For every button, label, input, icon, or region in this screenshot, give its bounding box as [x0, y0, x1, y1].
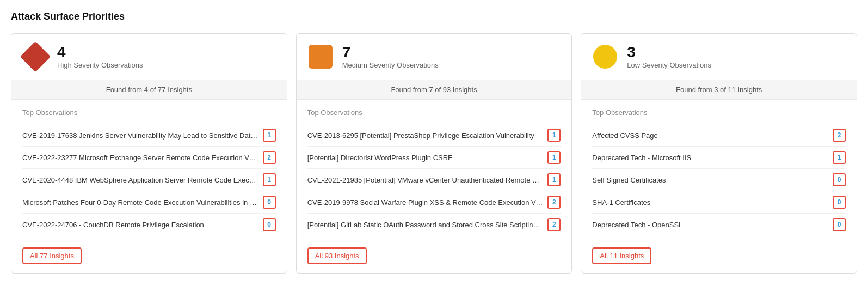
observation-text: CVE-2019-17638 Jenkins Server Vulnerabil… [22, 131, 258, 140]
low-label: Low Severity Observations [627, 61, 711, 69]
observation-text: Microsoft Patches Four 0-Day Remote Code… [22, 198, 258, 207]
observation-badge: 1 [547, 151, 561, 164]
observation-row: CVE-2019-9978 Social Warfare Plugin XSS … [307, 191, 561, 214]
low-all-insights-link[interactable]: All 11 Insights [592, 247, 651, 264]
observation-row: Affected CVSS Page2 [592, 124, 846, 147]
low-top-observations-label: Top Observations [592, 108, 846, 117]
observation-badge: 0 [833, 218, 846, 231]
medium-found-bar: Found from 7 of 93 Insights [297, 80, 572, 100]
card-medium: 7Medium Severity ObservationsFound from … [296, 33, 572, 274]
observation-row: Self Signed Certificates0 [592, 169, 846, 191]
observation-row: CVE-2019-17638 Jenkins Server Vulnerabil… [22, 124, 276, 147]
medium-label: Medium Severity Observations [342, 61, 439, 69]
observation-badge: 1 [547, 173, 561, 186]
observation-row: Deprecated Tech - OpenSSL0 [592, 214, 846, 235]
observation-text: Affected CVSS Page [592, 131, 828, 140]
card-medium-header: 7Medium Severity Observations [297, 34, 572, 80]
page-title: Attack Surface Priorities [11, 11, 857, 22]
medium-count: 7 [342, 44, 439, 61]
card-high-header: 4High Severity Observations [11, 34, 287, 80]
low-count: 3 [627, 44, 711, 61]
high-top-observations-label: Top Observations [22, 108, 276, 117]
observation-text: CVE-2021-21985 [Potential] VMware vCente… [307, 176, 544, 184]
observation-text: CVE-2022-24706 - CouchDB Remote Privileg… [22, 221, 258, 229]
observation-text: Deprecated Tech - Microsoft IIS [592, 154, 828, 162]
observation-row: [Potential] GitLab Static OAuth Password… [307, 214, 561, 235]
medium-severity-icon [307, 44, 334, 70]
observation-badge: 1 [263, 129, 276, 142]
observation-row: Microsoft Patches Four 0-Day Remote Code… [22, 191, 276, 214]
low-severity-icon [592, 44, 618, 70]
observation-row: CVE-2021-21985 [Potential] VMware vCente… [307, 169, 561, 191]
observation-badge: 0 [263, 218, 276, 231]
observation-badge: 0 [833, 196, 846, 209]
high-found-bar: Found from 4 of 77 Insights [11, 80, 287, 100]
observation-text: Self Signed Certificates [592, 176, 828, 184]
observation-row: [Potential] Directorist WordPress Plugin… [307, 147, 561, 169]
cards-container: 4High Severity ObservationsFound from 4 … [11, 33, 857, 274]
medium-all-insights-link[interactable]: All 93 Insights [307, 247, 367, 264]
card-high: 4High Severity ObservationsFound from 4 … [11, 33, 287, 274]
observation-badge: 2 [263, 151, 276, 164]
observation-badge: 0 [263, 196, 276, 209]
observation-text: [Potential] Directorist WordPress Plugin… [307, 154, 544, 162]
high-all-insights-link[interactable]: All 77 Insights [22, 247, 82, 264]
observation-row: CVE-2020-4448 IBM WebSphere Application … [22, 169, 276, 191]
card-low: 3Low Severity ObservationsFound from 3 o… [581, 33, 857, 274]
low-found-bar: Found from 3 of 11 Insights [581, 80, 857, 100]
observation-text: CVE-2020-4448 IBM WebSphere Application … [22, 176, 258, 184]
high-label: High Severity Observations [57, 61, 143, 69]
high-count: 4 [57, 44, 143, 61]
observation-row: SHA-1 Certificates0 [592, 191, 846, 214]
observation-text: CVE-2022-23277 Microsoft Exchange Server… [22, 154, 258, 162]
observation-row: Deprecated Tech - Microsoft IIS1 [592, 147, 846, 169]
observation-text: [Potential] GitLab Static OAuth Password… [307, 221, 544, 229]
observation-row: CVE-2022-23277 Microsoft Exchange Server… [22, 147, 276, 169]
observation-badge: 2 [833, 129, 846, 142]
card-low-header: 3Low Severity Observations [581, 34, 857, 80]
observation-badge: 1 [833, 151, 846, 164]
observation-text: CVE-2013-6295 [Potential] PrestaShop Pri… [307, 131, 544, 140]
observation-text: SHA-1 Certificates [592, 198, 828, 207]
observation-text: Deprecated Tech - OpenSSL [592, 221, 828, 229]
observation-row: CVE-2022-24706 - CouchDB Remote Privileg… [22, 214, 276, 235]
high-severity-icon [22, 44, 48, 70]
observation-badge: 2 [547, 218, 561, 231]
observation-row: CVE-2013-6295 [Potential] PrestaShop Pri… [307, 124, 561, 147]
observation-badge: 1 [547, 129, 561, 142]
observation-text: CVE-2019-9978 Social Warfare Plugin XSS … [307, 198, 544, 207]
observation-badge: 1 [263, 173, 276, 186]
observation-badge: 2 [547, 196, 561, 209]
observation-badge: 0 [833, 173, 846, 186]
medium-top-observations-label: Top Observations [307, 108, 561, 117]
